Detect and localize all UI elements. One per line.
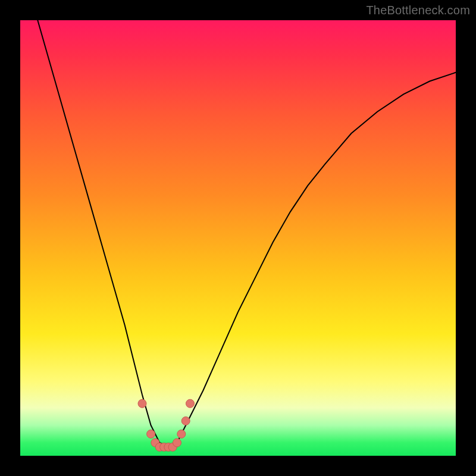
marker-dot bbox=[173, 439, 181, 447]
curve-layer bbox=[20, 20, 456, 456]
marker-dot bbox=[177, 430, 186, 438]
marker-dot bbox=[181, 416, 190, 425]
watermark-text: TheBottleneck.com bbox=[366, 4, 470, 17]
chart-frame: TheBottleneck.com bbox=[0, 0, 476, 476]
bottleneck-curve bbox=[37, 20, 456, 447]
plot-area bbox=[20, 20, 456, 456]
marker-dot bbox=[138, 399, 146, 408]
marker-group bbox=[138, 399, 195, 451]
marker-dot bbox=[147, 430, 155, 438]
marker-dot bbox=[186, 399, 195, 408]
